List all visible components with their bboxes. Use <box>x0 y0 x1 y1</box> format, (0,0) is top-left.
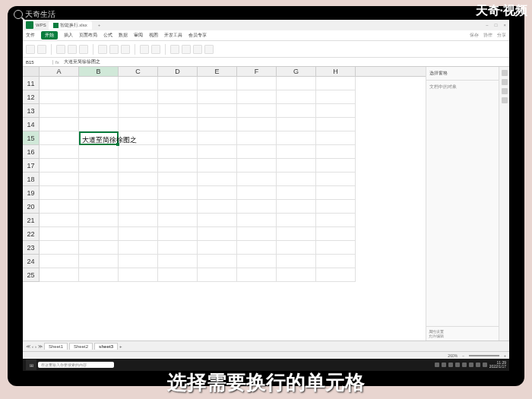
zoom-out-icon[interactable]: − <box>462 353 464 358</box>
taskbar-search[interactable]: 在这里输入你要搜索的内容 <box>38 362 114 368</box>
side-icon-2[interactable] <box>502 79 508 85</box>
sidepanel-footer: 属性设置 允许编辑 <box>426 326 499 340</box>
menu-start[interactable]: 开始 <box>41 31 58 40</box>
row-head-22[interactable]: 22 <box>23 227 40 241</box>
cell-reference-box[interactable]: B15 <box>23 60 53 65</box>
col-head-c[interactable]: C <box>119 67 158 76</box>
row-head-13[interactable]: 13 <box>23 104 40 118</box>
doc-icon <box>53 23 59 28</box>
row-head-24[interactable]: 24 <box>23 255 40 268</box>
bold-icon[interactable] <box>68 45 77 54</box>
side-icon-3[interactable] <box>502 88 508 94</box>
minimize-button[interactable]: − <box>486 23 489 27</box>
col-head-b[interactable]: B <box>79 67 119 76</box>
sheet-tab-2[interactable]: Sheet2 <box>69 343 93 350</box>
row-head-18[interactable]: 18 <box>23 173 40 186</box>
new-tab-button[interactable]: + <box>98 23 101 27</box>
format-icon[interactable] <box>151 45 160 54</box>
start-button[interactable]: ⊞ <box>26 359 36 370</box>
find-icon[interactable] <box>204 45 214 54</box>
font-icon[interactable] <box>56 45 65 54</box>
col-head-h[interactable]: H <box>316 67 356 76</box>
fx-icon[interactable]: fx <box>53 60 62 65</box>
wps-icon[interactable] <box>26 21 33 29</box>
sheet-tab-1[interactable]: Sheet1 <box>44 343 68 350</box>
tray-icon[interactable] <box>442 363 446 367</box>
tray-icon[interactable] <box>462 363 467 367</box>
side-icon-4[interactable] <box>502 97 508 103</box>
col-head-f[interactable]: F <box>237 67 277 76</box>
menu-dev[interactable]: 开发工具 <box>164 32 182 39</box>
sheet-tab-bar: ≪ ‹ › ≫ Sheet1 Sheet2 sheet3 + <box>23 340 509 351</box>
sheet-tab-3[interactable]: sheet3 <box>94 343 118 350</box>
menu-collab[interactable]: 会员专享 <box>188 32 207 39</box>
nav-first-icon[interactable]: ≪ <box>26 344 30 349</box>
tray-icon[interactable] <box>476 363 480 367</box>
side-icon-bar <box>499 67 509 340</box>
zoom-level[interactable]: 260% <box>448 353 458 358</box>
select-all-corner[interactable] <box>23 67 40 76</box>
row-head-14[interactable]: 14 <box>23 118 40 131</box>
window-controls: − □ × <box>486 23 506 27</box>
row-head-12[interactable]: 12 <box>23 90 40 104</box>
tray-icon[interactable] <box>483 363 487 367</box>
sort-icon[interactable] <box>182 45 191 54</box>
tray-icon[interactable] <box>448 363 453 367</box>
menu-save[interactable]: 保存 <box>470 32 479 39</box>
menu-formula[interactable]: 公式 <box>103 32 112 39</box>
col-head-g[interactable]: G <box>277 67 316 76</box>
menu-insert[interactable]: 插入 <box>64 32 73 39</box>
col-head-d[interactable]: D <box>158 67 198 76</box>
col-head-e[interactable]: E <box>198 67 237 76</box>
menu-review[interactable]: 审阅 <box>134 32 143 39</box>
formula-input[interactable]: 大道至简徐徐图之 <box>62 59 509 65</box>
side-icon-1[interactable] <box>502 70 508 76</box>
nav-next-icon[interactable]: › <box>35 344 36 349</box>
document-tab[interactable]: 智能换行.xlsx <box>49 21 92 30</box>
row-head-20[interactable]: 20 <box>23 200 40 214</box>
menu-pagelayout[interactable]: 页面布局 <box>79 32 97 39</box>
sheet-area: A B C D E F G H 11 12 13 14 15 16 17 18 <box>23 67 426 340</box>
add-sheet-button[interactable]: + <box>119 344 122 349</box>
cut-icon[interactable] <box>37 45 46 54</box>
nav-last-icon[interactable]: ≫ <box>38 344 43 349</box>
align-center-icon[interactable] <box>109 45 119 54</box>
tray-icon[interactable] <box>435 363 439 367</box>
row-head-17[interactable]: 17 <box>23 159 40 173</box>
row-head-25[interactable]: 25 <box>23 268 40 282</box>
zoom-slider[interactable] <box>469 355 499 356</box>
merge-icon[interactable] <box>140 45 149 54</box>
sidepanel-foot-opt[interactable]: 允许编辑 <box>429 334 496 338</box>
menu-collab-btn[interactable]: 协作 <box>483 32 492 39</box>
row-head-11[interactable]: 11 <box>23 77 40 90</box>
filter-icon[interactable] <box>193 45 202 54</box>
align-left-icon[interactable] <box>98 45 107 54</box>
tray-icon[interactable] <box>455 363 460 367</box>
maximize-button[interactable]: □ <box>495 23 498 27</box>
sidepanel-label: 文档中的对象 <box>429 84 496 90</box>
color-icon[interactable] <box>79 45 88 54</box>
row-head-15[interactable]: 15 <box>23 131 40 145</box>
menu-file[interactable]: 文件 <box>26 32 35 39</box>
video-subtitle: 选择需要换行的单元格 <box>167 369 365 396</box>
col-head-a[interactable]: A <box>40 67 79 76</box>
nav-prev-icon[interactable]: ‹ <box>32 344 33 349</box>
sum-icon[interactable] <box>170 45 179 54</box>
tray-icon[interactable] <box>469 363 473 367</box>
row-head-23[interactable]: 23 <box>23 241 40 255</box>
sidepanel-body: 文档中的对象 <box>426 81 499 326</box>
row-head-16[interactable]: 16 <box>23 145 40 159</box>
row-head-19[interactable]: 19 <box>23 186 40 200</box>
menu-share[interactable]: 分享 <box>497 32 506 39</box>
wrap-text-icon[interactable] <box>121 45 130 54</box>
zoom-in-icon[interactable]: + <box>504 353 506 358</box>
paste-icon[interactable] <box>26 45 35 54</box>
menu-view[interactable]: 视图 <box>149 32 158 39</box>
taskbar-clock[interactable]: 11:29 2022/1/17 <box>489 361 506 369</box>
watermark-top-right: 天奇·视频 <box>476 3 527 19</box>
close-button[interactable]: × <box>503 23 506 27</box>
menu-data[interactable]: 数据 <box>119 32 128 39</box>
cell-b15[interactable]: 大道至简徐徐图之 <box>79 131 119 145</box>
row-head-21[interactable]: 21 <box>23 214 40 227</box>
cell-grid[interactable]: 大道至简徐徐图之 <box>40 77 426 282</box>
